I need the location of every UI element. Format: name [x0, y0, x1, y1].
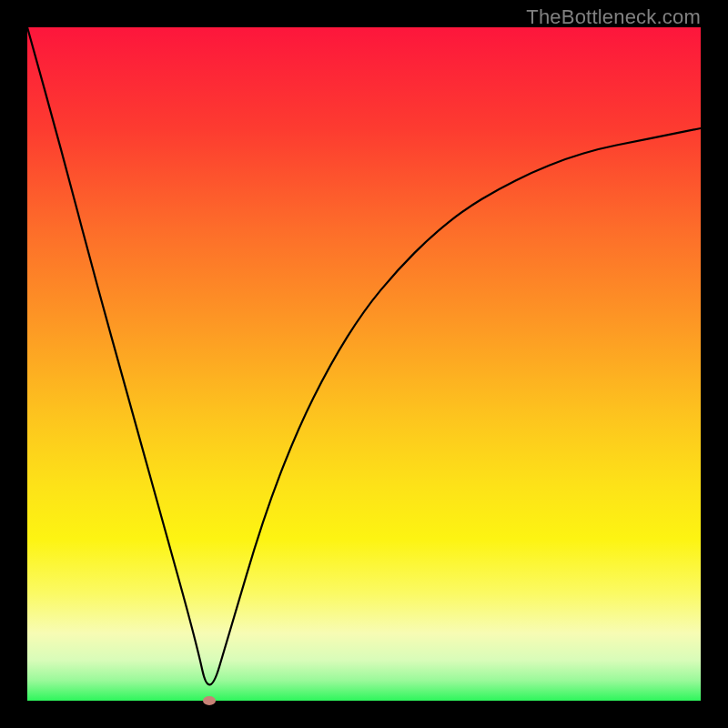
- chart-frame: TheBottleneck.com: [0, 0, 728, 728]
- min-point-marker: [203, 696, 216, 705]
- plot-area: [27, 27, 701, 701]
- curve-svg: [27, 27, 701, 701]
- watermark-text: TheBottleneck.com: [526, 5, 701, 29]
- bottleneck-curve-path: [27, 27, 701, 684]
